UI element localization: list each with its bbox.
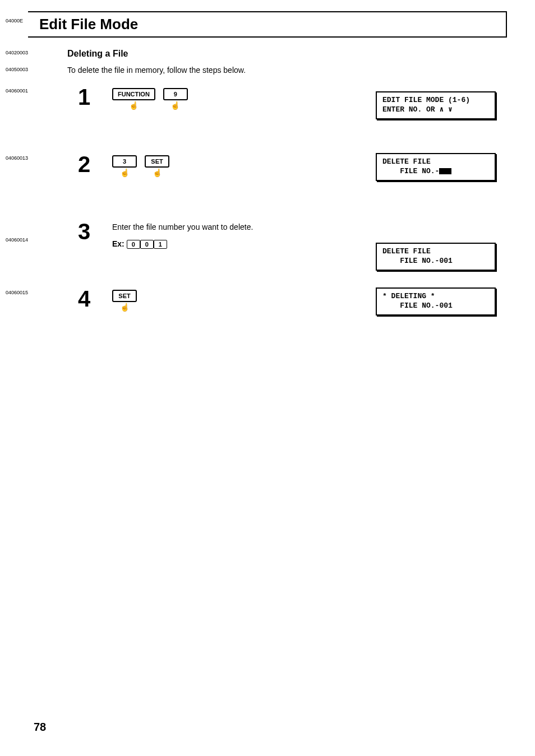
section-code: 04020003 [6, 50, 28, 55]
step-number: 4 [67, 287, 101, 310]
step-1: 04060001 1 FUNCTION ☝ 9 ☝ EDIT FILE MODE… [28, 86, 507, 131]
key-group: FUNCTION ☝ 9 ☝ [112, 88, 188, 109]
key-set: SET ☝ [112, 290, 137, 311]
key-group: SET ☝ [112, 290, 137, 311]
lcd-display: DELETE FILE FILE NO.- [376, 153, 496, 181]
key-group: 3 ☝ SET ☝ [112, 155, 169, 177]
page-header: 04000E Edit File Mode [28, 11, 507, 38]
cursor-icon [439, 168, 451, 174]
intro-text: To delete the file in memory, follow the… [67, 66, 246, 75]
hand-icon: ☝ [129, 101, 139, 109]
step-2: 04060013 2 3 ☝ SET ☝ DELETE FILE FILE NO… [28, 153, 507, 198]
nine-key: 9 [163, 88, 188, 100]
ex-label: Ex: [112, 239, 124, 248]
step-4: 04060015 4 SET ☝ * DELETING * FILE NO.-0… [28, 287, 507, 332]
key-9: 9 ☝ [163, 88, 188, 109]
step-code: 04060014 [6, 237, 28, 243]
key-function: FUNCTION ☝ [112, 88, 155, 109]
page-title: Edit File Mode [39, 16, 500, 33]
lcd-display: * DELETING * FILE NO.-001 [376, 287, 496, 316]
hand-icon: ☝ [120, 169, 130, 177]
step-3: 04060014 3 Enter the file number you wan… [28, 220, 507, 265]
lcd-display: DELETE FILE FILE NO.-001 [376, 243, 496, 271]
hand-icon: ☝ [170, 101, 180, 109]
section-title-row: 04020003 Deleting a File [28, 49, 507, 59]
key-set: SET ☝ [145, 155, 169, 177]
set-key: SET [112, 290, 137, 302]
ex-key-2: 1 [154, 240, 167, 249]
set-key: SET [145, 155, 169, 168]
lcd-display: EDIT FILE MODE (1-6) ENTER NO. OR ∧ ∨ [376, 91, 496, 119]
section-title: Deleting a File [67, 49, 128, 58]
ex-key-0: 0 [127, 240, 140, 249]
step-code: 04060013 [6, 155, 28, 161]
hand-icon: ☝ [153, 169, 162, 177]
step-number: 2 [67, 153, 101, 175]
intro-row: 04050003 To delete the file in memory, f… [28, 66, 507, 75]
step-number: 1 [67, 86, 101, 108]
step-code: 04060001 [6, 88, 28, 94]
header-code: 04000E [6, 18, 23, 24]
function-key: FUNCTION [112, 88, 155, 100]
three-key: 3 [112, 155, 137, 168]
intro-code: 04050003 [6, 67, 28, 72]
step-instruction: Enter the file number you want to delete… [112, 222, 507, 231]
step-number: 3 [67, 220, 101, 243]
step-code: 04060015 [6, 290, 28, 295]
ex-key-1: 0 [140, 240, 154, 249]
hand-icon: ☝ [120, 303, 130, 311]
key-3: 3 ☝ [112, 155, 137, 177]
